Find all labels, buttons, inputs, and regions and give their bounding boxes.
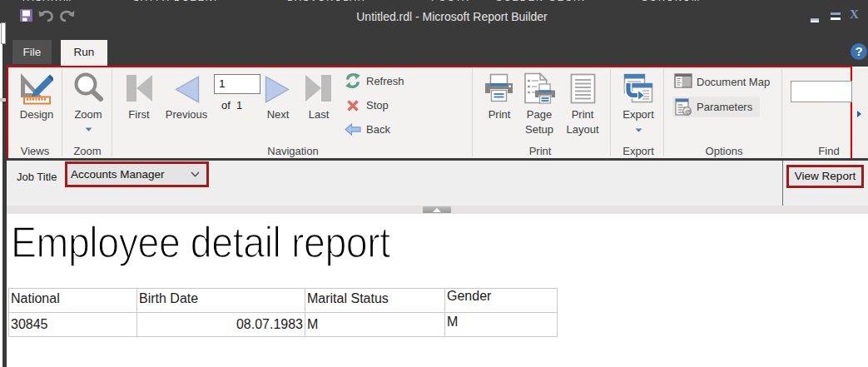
svg-text:@: @ — [685, 108, 692, 116]
